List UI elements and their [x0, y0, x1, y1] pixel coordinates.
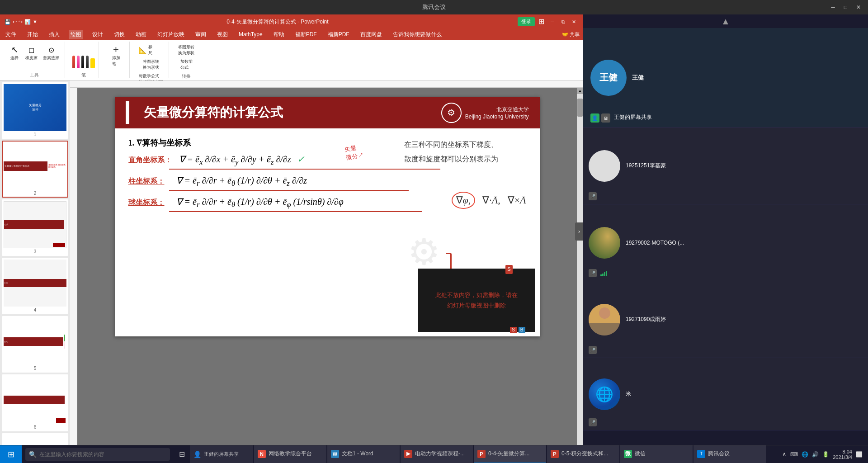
- select-btn[interactable]: ↖ 选择: [7, 43, 22, 62]
- slide-scroll[interactable]: 矢量微分算符的计算公式 ⚙ 北京交通大学 Beijing Jiaotong Un…: [77, 88, 577, 452]
- taskbar-item-pp2[interactable]: P 0-5-积分变换式和...: [547, 445, 619, 463]
- menu-search[interactable]: 告诉我你想要做什么: [391, 30, 443, 39]
- slide-thumb-1[interactable]: 矢量微分算符 1: [2, 82, 68, 139]
- slide-thumb-3[interactable]: 公式 3: [2, 199, 68, 256]
- menu-transition[interactable]: 切换: [112, 30, 127, 39]
- wechat-label: 微信: [635, 450, 646, 458]
- slide-thumb-6[interactable]: 6: [2, 374, 68, 431]
- sph-coord-formula: ∇ = ēr ∂/∂r + ēθ (1/r) ∂/∂θ + ēφ (1/rsin…: [176, 196, 344, 209]
- sharing-label: 王健的屏幕共享: [614, 113, 652, 123]
- nabla-curl-formula: ∇×Ā: [508, 194, 526, 206]
- participant-name-chengyuting: 19271090成雨婷: [626, 316, 666, 323]
- sys-tray-up-btn[interactable]: ∧: [782, 451, 787, 458]
- placeholder-text-1: 此处不放内容，如需删除，请在: [435, 290, 518, 300]
- menu-file[interactable]: 文件: [4, 30, 18, 39]
- add-btn-group: + 添加笔-: [103, 42, 130, 78]
- taskbar-search-box[interactable]: 🔍: [25, 448, 170, 461]
- ruler-btn[interactable]: 📐 标尺: [137, 43, 165, 57]
- slide-title: 矢量微分算符的计算公式: [144, 104, 283, 121]
- rp-scroll-up-btn[interactable]: ▲: [721, 16, 730, 27]
- pp-close-btn[interactable]: ✕: [570, 17, 579, 26]
- menu-draw[interactable]: 绘图: [69, 30, 83, 39]
- handwritten-annotation: 矢量微分↗: [344, 143, 364, 161]
- draw-to-math-btn[interactable]: 将图形转换为形状: [137, 58, 165, 71]
- taskbar-item-pp1[interactable]: P 0-4-矢量微分算...: [474, 445, 546, 463]
- word-icon: W: [331, 450, 339, 458]
- slide-thumb-4[interactable]: 公式 4: [2, 258, 68, 314]
- slide-thumb-5[interactable]: 公式 5: [2, 316, 68, 373]
- convert-group: 将图形转换为形状 加数学公式 转换: [173, 42, 200, 78]
- taskbar-item-meeting[interactable]: T 腾讯会议: [693, 445, 766, 463]
- menu-fnpdf2[interactable]: 福新PDF: [326, 30, 351, 39]
- yellow-highlighter[interactable]: [90, 58, 95, 68]
- avatar-motogo: [589, 227, 620, 259]
- task-view-btn[interactable]: ⊟: [174, 445, 190, 463]
- taskbar-date: 2021/3/4: [833, 454, 852, 460]
- rect-underline: [169, 169, 440, 170]
- minimize-btn[interactable]: ─: [828, 3, 838, 11]
- convert-shape-btn[interactable]: 将图形转换为形状: [176, 43, 196, 57]
- add-pen-btn[interactable]: + 添加笔-: [109, 43, 123, 68]
- menu-insert[interactable]: 插入: [47, 30, 61, 39]
- avatar-liji: [589, 150, 620, 182]
- panel-expand-btn[interactable]: ›: [575, 222, 583, 241]
- scroll-up-btn[interactable]: ▲: [577, 88, 583, 94]
- menu-review[interactable]: 审阅: [193, 30, 208, 39]
- share-btn[interactable]: 🤝 共享: [562, 31, 580, 38]
- pink-pen[interactable]: [77, 56, 80, 68]
- taskbar-item-wechat[interactable]: 微 微信: [620, 445, 693, 463]
- pp-minimize-btn[interactable]: ─: [548, 17, 557, 26]
- lasso-btn[interactable]: ⊙ 套索选择: [41, 43, 61, 62]
- annotation-formulas: ∇φ, ∇·Ā, ∇×Ā: [452, 192, 526, 209]
- maximize-btn[interactable]: □: [841, 3, 850, 11]
- close-btn[interactable]: ✕: [854, 3, 863, 11]
- ribbon-pen-group: 笔: [69, 42, 99, 78]
- network-label: 网络教学综合平台: [269, 450, 312, 458]
- menu-baidu[interactable]: 百度网盘: [359, 30, 384, 39]
- b-toolbar-icon: B: [519, 327, 525, 333]
- slide-canvas: 矢量微分算符的计算公式 ⚙ 北京交通大学 Beijing Jiaotong Un…: [115, 97, 540, 336]
- taskbar-item-video[interactable]: ▶ 电动力学视频课程-...: [401, 445, 473, 463]
- pp1-label: 0-4-矢量微分算...: [488, 450, 529, 458]
- pp2-icon: P: [551, 450, 559, 458]
- menu-animation[interactable]: 动画: [134, 30, 148, 39]
- notification-btn[interactable]: ⬜: [856, 451, 863, 458]
- menu-fnpdf[interactable]: 福新PDF: [293, 30, 319, 39]
- login-btn[interactable]: 登录: [518, 17, 535, 26]
- taskbar-right: ∧ ⌨ 🌐 🔊 🔋 8:04 2021/3/4 ⬜: [777, 449, 868, 460]
- network-icon: N: [258, 450, 266, 458]
- rect-coord-formula: ∇ = ēx ∂/∂x + ēy ∂/∂y + ēz ∂/∂z ✓: [179, 154, 305, 167]
- eraser-btn[interactable]: ◻ 橡皮擦: [24, 43, 39, 62]
- taskbar-item-word[interactable]: W 文档1 - Word: [327, 445, 400, 463]
- mic-icon-mi: 🎤: [589, 418, 597, 426]
- avatar-mi: 🌐: [589, 378, 620, 410]
- nabla-phi-formula: ∇φ,: [452, 192, 476, 209]
- dark-pen2[interactable]: [86, 56, 89, 68]
- logo-circle: ⚙: [441, 103, 462, 123]
- ruler-icon: 📐: [139, 47, 146, 54]
- menu-mathtype[interactable]: MathType: [237, 30, 264, 38]
- menu-slideshow[interactable]: 幻灯片放映: [156, 30, 186, 39]
- menu-view[interactable]: 视图: [215, 30, 230, 39]
- participant-info-mi: 米: [626, 390, 631, 398]
- battery-icon: 🔋: [822, 451, 829, 458]
- pp-restore-btn[interactable]: ⧉: [559, 17, 568, 26]
- annotation-text-block: 在三种不同的坐标系下梯度、散度和旋度都可以分别表示为: [404, 137, 531, 166]
- scroll-thumb[interactable]: [577, 99, 583, 117]
- logo-text: 北京交通大学 Beijing Jiaotong University: [465, 106, 529, 120]
- start-button[interactable]: ⊞: [0, 445, 22, 463]
- convert-formula-btn[interactable]: 加数学公式: [176, 58, 196, 71]
- motogo-icons: 🎤: [589, 269, 607, 277]
- meeting-label: 腾讯会议: [708, 450, 730, 458]
- menu-start[interactable]: 开始: [25, 30, 40, 39]
- slide-thumb-2[interactable]: 矢量微分算符的计算公式 直角坐标系 柱坐标系 球坐标系 2: [2, 141, 68, 197]
- right-scrollbar[interactable]: ▲ ▼: [577, 88, 583, 452]
- search-input[interactable]: [39, 451, 166, 458]
- slide-panel[interactable]: 矢量微分算符 1 矢量微分算符的计算公式 直角坐标系 柱坐标系 球坐标系 2: [0, 80, 70, 463]
- taskbar-user-sharing[interactable]: 👤 王健的屏幕共享: [190, 445, 253, 463]
- taskbar-item-network[interactable]: N 网络教学综合平台: [254, 445, 326, 463]
- menu-design[interactable]: 设计: [90, 30, 105, 39]
- red-pen[interactable]: [72, 56, 75, 68]
- menu-help[interactable]: 帮助: [272, 30, 286, 39]
- dark-pen[interactable]: [81, 56, 84, 68]
